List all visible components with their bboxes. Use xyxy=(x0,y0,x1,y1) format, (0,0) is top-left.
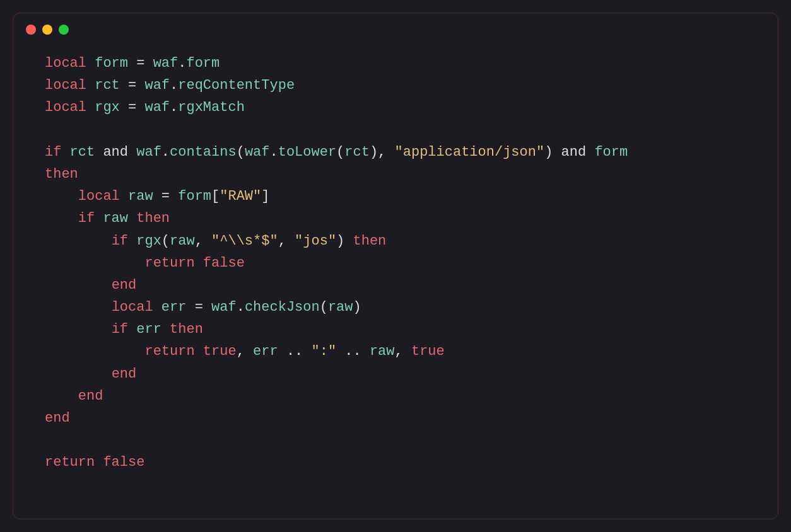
titlebar xyxy=(13,13,778,46)
code-line-17: return false xyxy=(45,451,746,473)
maximize-button[interactable] xyxy=(59,25,69,35)
code-window: local form = waf.form local rct = waf.re… xyxy=(13,13,778,519)
code-line-16: end xyxy=(45,407,746,429)
code-line-13: return true, err .. ":" .. raw, true xyxy=(45,340,746,362)
code-line-2: local rct = waf.reqContentType xyxy=(45,74,746,96)
code-line-10: end xyxy=(45,274,746,296)
code-line-5: then xyxy=(45,163,746,185)
minimize-button[interactable] xyxy=(42,25,52,35)
close-button[interactable] xyxy=(26,25,36,35)
code-line-4: if rct and waf.contains(waf.toLower(rct)… xyxy=(45,141,746,163)
code-line-1: local form = waf.form xyxy=(45,52,746,74)
code-line-9: return false xyxy=(45,252,746,274)
code-line-14: end xyxy=(45,363,746,385)
code-line-6: local raw = form["RAW"] xyxy=(45,185,746,207)
code-editor: local form = waf.form local rct = waf.re… xyxy=(13,46,778,519)
code-line-11: local err = waf.checkJson(raw) xyxy=(45,296,746,318)
blank-line-1 xyxy=(45,119,746,141)
code-line-7: if raw then xyxy=(45,207,746,229)
code-line-8: if rgx(raw, "^\\s*$", "jos") then xyxy=(45,230,746,252)
code-line-12: if err then xyxy=(45,318,746,340)
code-line-3: local rgx = waf.rgxMatch xyxy=(45,96,746,119)
code-line-15: end xyxy=(45,385,746,407)
blank-line-2 xyxy=(45,429,746,451)
